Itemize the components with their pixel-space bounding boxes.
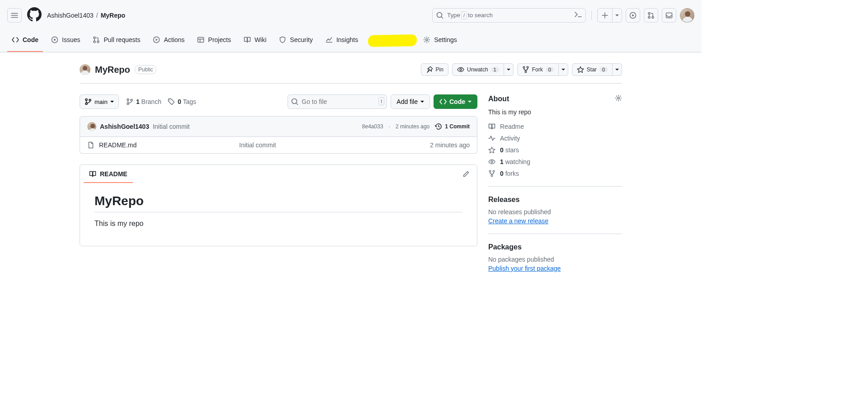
commits-link[interactable]: 1 Commit	[435, 123, 470, 130]
github-logo-link[interactable]	[27, 7, 42, 23]
watch-dropdown[interactable]	[504, 63, 514, 76]
gear-icon	[615, 94, 622, 102]
fork-icon	[522, 66, 529, 73]
tab-security-label: Security	[290, 36, 313, 43]
star-button[interactable]: Star 0	[572, 63, 613, 76]
commit-author[interactable]: AshishGoel1403	[100, 123, 149, 130]
publish-package-link[interactable]: Publish your first package	[488, 265, 561, 272]
create-release-link[interactable]: Create a new release	[488, 217, 548, 225]
code-button[interactable]: Code	[434, 94, 477, 109]
add-file-button[interactable]: Add file	[391, 94, 430, 109]
pencil-icon	[462, 170, 470, 178]
svg-point-8	[94, 41, 95, 43]
command-palette-icon	[575, 11, 582, 18]
tab-pulls[interactable]: Pull requests	[88, 30, 145, 52]
svg-point-18	[85, 103, 87, 105]
forks-label: forks	[505, 170, 519, 177]
about-forks-link[interactable]: 0 forks	[488, 170, 622, 177]
shield-icon	[279, 36, 286, 43]
git-pull-request-icon	[647, 12, 655, 19]
search-suffix: to search	[468, 12, 493, 19]
search-prefix: Type	[447, 12, 460, 19]
issue-opened-icon	[51, 36, 58, 43]
tab-projects[interactable]: Projects	[193, 30, 236, 52]
file-name[interactable]: README.md	[99, 141, 137, 149]
eye-icon	[457, 66, 464, 73]
file-commit-message[interactable]: Initial commit	[239, 141, 423, 149]
forks-count: 0	[500, 170, 504, 177]
tab-actions[interactable]: Actions	[148, 30, 189, 52]
commit-author-avatar[interactable]	[87, 122, 96, 131]
user-avatar[interactable]	[680, 8, 694, 23]
svg-point-7	[94, 37, 95, 39]
tab-insights[interactable]: Insights	[321, 30, 363, 52]
svg-point-1	[632, 14, 634, 16]
branch-select-button[interactable]: main	[80, 94, 119, 109]
file-row[interactable]: README.md Initial commit 2 minutes ago	[80, 137, 477, 154]
about-activity-link[interactable]: Activity	[488, 135, 622, 142]
edit-readme-button[interactable]	[459, 167, 473, 181]
watching-count: 1	[500, 158, 504, 165]
divider	[591, 11, 592, 20]
tab-insights-label: Insights	[336, 36, 358, 43]
tab-settings[interactable]: Settings	[366, 30, 462, 52]
tab-issues[interactable]: Issues	[47, 30, 85, 52]
svg-point-16	[525, 71, 527, 73]
commit-message[interactable]: Initial commit	[153, 123, 190, 130]
about-watching-link[interactable]: 1 watching	[488, 158, 622, 165]
releases-empty: No releases published	[488, 208, 622, 216]
hamburger-menu-button[interactable]	[7, 8, 22, 23]
star-icon	[577, 66, 584, 73]
star-dropdown[interactable]	[613, 63, 622, 76]
hamburger-icon	[11, 12, 18, 19]
pull-requests-button[interactable]	[644, 8, 658, 23]
tab-code[interactable]: Code	[7, 30, 43, 52]
unwatch-button[interactable]: Unwatch 1	[452, 63, 504, 76]
go-to-file: t	[288, 94, 387, 109]
svg-point-19	[89, 99, 91, 101]
repo-nav: Code Issues Pull requests Actions Projec…	[0, 30, 702, 52]
breadcrumb-owner[interactable]: AshishGoel1403	[47, 12, 94, 19]
readme-h1: MyRepo	[94, 194, 462, 212]
breadcrumb-repo[interactable]: MyRepo	[101, 12, 125, 19]
svg-point-23	[169, 100, 170, 101]
latest-commit-bar: AshishGoel1403 Initial commit 8e4a033 · …	[80, 116, 477, 137]
owner-avatar[interactable]	[80, 64, 90, 75]
about-readme-link[interactable]: Readme	[488, 123, 622, 130]
book-icon	[488, 123, 495, 130]
svg-point-21	[127, 103, 129, 105]
go-to-file-kbd: t	[378, 97, 384, 105]
inbox-button[interactable]	[662, 8, 676, 23]
table-icon	[197, 36, 204, 43]
gear-icon	[423, 36, 430, 43]
tab-wiki[interactable]: Wiki	[239, 30, 271, 52]
watch-button-group: Unwatch 1	[452, 63, 514, 76]
branches-link[interactable]: 1 Branch	[126, 98, 161, 105]
create-new-button[interactable]	[597, 8, 622, 23]
visibility-badge: Public	[135, 65, 157, 74]
about-settings-button[interactable]	[615, 94, 622, 103]
fork-button[interactable]: Fork 0	[517, 63, 559, 76]
svg-point-15	[527, 66, 528, 68]
fork-count: 0	[546, 67, 554, 72]
readme-tab[interactable]: README	[84, 165, 133, 183]
about-section: About This is my repo Readme Activity	[488, 94, 622, 187]
commit-sha[interactable]: 8e4a033	[362, 123, 383, 130]
packages-section: Packages No packages published Publish y…	[488, 243, 622, 281]
eye-icon	[488, 158, 495, 165]
fork-dropdown[interactable]	[559, 63, 568, 76]
go-to-file-input[interactable]	[288, 94, 387, 109]
search-icon	[436, 12, 443, 19]
tags-link[interactable]: 0 Tags	[168, 98, 196, 105]
tab-security[interactable]: Security	[274, 30, 317, 52]
global-search[interactable]: Type / to search	[432, 8, 586, 23]
create-new-caret[interactable]	[612, 9, 622, 22]
header-left: AshishGoel1403 / MyRepo	[7, 7, 125, 23]
issues-button[interactable]	[626, 8, 640, 23]
branch-name: main	[94, 99, 108, 105]
chevron-down-icon	[110, 101, 114, 103]
watching-label: watching	[505, 158, 530, 165]
pin-button[interactable]: Pin	[421, 63, 448, 76]
about-stars-link[interactable]: 0 stars	[488, 146, 622, 154]
global-header: AshishGoel1403 / MyRepo Type / to search	[0, 0, 702, 30]
